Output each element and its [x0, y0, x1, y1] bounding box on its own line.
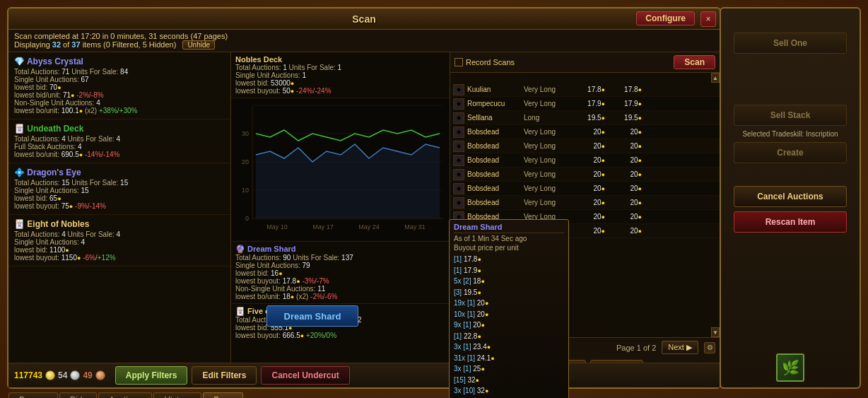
item-entry-eight-of-nobles[interactable]: 🃏 Eight of Nobles Total Auctions: 4 Unit…	[8, 215, 230, 267]
table-row[interactable]: ◆ Bobsdead Very Long 20● 20●	[450, 168, 720, 182]
configure-button[interactable]: Configure	[636, 11, 695, 25]
bottom-bar: 117743 54 49 Apply Filters Edit Filters …	[8, 363, 720, 387]
cancel-undercut-button[interactable]: Cancel Undercut	[261, 366, 349, 385]
item-icon: ◆	[453, 169, 464, 180]
bid-price: 20●	[570, 227, 605, 235]
tooltip-row: 3x [10] 32●	[454, 385, 564, 397]
seller-name: Kuulian	[467, 86, 524, 93]
currency-display: 117743 54 49	[14, 370, 105, 380]
buyout-price: 20●	[606, 185, 642, 192]
scroll-up-button[interactable]: ▲	[711, 73, 720, 83]
sell-one-button[interactable]: Sell One	[734, 33, 847, 54]
buyout-price: 20●	[606, 156, 642, 164]
item-icon: ◆	[453, 141, 464, 152]
status-count-shown: 32	[52, 40, 61, 49]
buyout-price: 17.8●	[606, 86, 642, 93]
item-name-eight-of-nobles: 🃏 Eight of Nobles	[14, 219, 225, 229]
table-row[interactable]: ◆ Bobsdead Very Long 20● 20●	[450, 182, 720, 196]
scroll-down-button[interactable]: ▼	[711, 327, 720, 337]
unhide-button[interactable]: Unhide	[182, 40, 215, 49]
tab-auctions[interactable]: Auctions	[98, 392, 152, 398]
apply-filters-button[interactable]: Apply Filters	[115, 366, 188, 385]
svg-text:10: 10	[242, 187, 249, 194]
gold-coin-icon	[45, 370, 55, 380]
buyout-price: 20●	[606, 227, 642, 235]
item-entry-abyss-crystal[interactable]: 💎 Abyss Crystal Total Auctions: 71 Units…	[8, 52, 230, 119]
tab-bids[interactable]: Bids	[59, 392, 97, 398]
table-row[interactable]: ◆ Bobsdead Very Long 20● 20●	[450, 196, 720, 210]
settings-icon[interactable]: ⚙	[704, 342, 715, 353]
status-displaying: Displaying	[14, 40, 52, 49]
tooltip-row: [1] 17.9●	[454, 265, 564, 276]
create-button[interactable]: Create	[734, 142, 847, 163]
copper-amount: 49	[83, 370, 92, 380]
item-name-undeath-deck: 🃏 Undeath Deck	[14, 124, 225, 134]
svg-marker-14	[256, 144, 440, 218]
table-row[interactable]: ◆ Bobsdead Very Long 20● 20●	[450, 125, 720, 139]
tooltip-overlay: Dream Shard As of 1 Min 34 Sec ago Buyou…	[449, 219, 569, 398]
silver-coin-icon	[70, 370, 80, 380]
seller-name: Bobsdead	[467, 128, 524, 136]
item-stat: Total Auctions: 71 Units For Sale: 84	[14, 68, 225, 76]
buyout-price: 20●	[606, 213, 642, 221]
status-line1: Scan completed at 17:20 in 0 minutes, 31…	[14, 32, 714, 40]
tooltip-row: 31x [1] 24.1●	[454, 353, 564, 364]
record-scans-group: Record Scans	[454, 58, 515, 66]
item-icon: ◆	[453, 197, 464, 209]
buyout-price: 20●	[606, 128, 642, 136]
title-bar: Scan Configure ×	[8, 8, 720, 30]
item-list-panel: 💎 Abyss Crystal Total Auctions: 71 Units…	[8, 52, 231, 378]
table-row[interactable]: ◆ Rompecucu Very Long 17.9● 17.9●	[450, 97, 720, 111]
item-stat: lowest bid: 70●	[14, 83, 225, 91]
bid-price: 20●	[570, 213, 605, 221]
duration: Very Long	[524, 185, 570, 192]
bid-price: 20●	[570, 199, 605, 206]
item-stat: lowest bo/unit: 100.1● (x2) +38%/+30%	[14, 107, 225, 115]
duration: Very Long	[524, 170, 570, 178]
page-indicator: Page 1 of 2	[616, 344, 656, 352]
chart-panel: Nobles Deck Total Auctions: 1 Units For …	[231, 52, 450, 378]
buyout-price: 19.5●	[606, 114, 642, 122]
tab-scan[interactable]: Scan	[203, 392, 243, 398]
bid-price: 17.9●	[570, 100, 605, 107]
item-preview-icon: 🌿	[776, 353, 804, 382]
scan-button[interactable]: Scan	[674, 55, 715, 69]
tooltip-row: [1] 17.8●	[454, 254, 564, 265]
bid-price: 20●	[570, 170, 605, 178]
table-row[interactable]: ◆ Bobsdead Very Long 20● 20●	[450, 139, 720, 153]
window-title: Scan	[352, 13, 375, 25]
edit-filters-button[interactable]: Edit Filters	[192, 366, 257, 385]
table-row[interactable]: ◆ Bobsdead Very Long 20● 20●	[450, 153, 720, 168]
svg-text:May 24: May 24	[358, 223, 380, 230]
close-button[interactable]: ×	[700, 11, 716, 27]
tooltip-row: 3x [1] 23.4●	[454, 341, 564, 353]
seller-name: Selllana	[467, 114, 524, 122]
status-count-total: 37	[71, 40, 80, 49]
bid-price: 20●	[570, 156, 605, 164]
main-window: Scan Configure × Scan completed at 17:20…	[7, 7, 721, 389]
item-entry-undeath-deck[interactable]: 🃏 Undeath Deck Total Auctions: 4 Units F…	[8, 119, 230, 163]
item-name-abyss-crystal: 💎 Abyss Crystal	[14, 57, 225, 66]
buyout-price: 20●	[606, 199, 642, 206]
tooltip-rows: [1] 17.8● [1] 17.9● 5x [2] 18● [3] 19.5●…	[454, 254, 564, 397]
item-stat: Single Unit Auctions: 67	[14, 76, 225, 83]
seller-name: Bobsdead	[467, 142, 524, 150]
seller-name: Bobsdead	[467, 185, 524, 192]
cancel-auctions-button[interactable]: Cancel Auctions	[734, 186, 847, 207]
tooltip-row: 3x [1] 25●	[454, 363, 564, 375]
status-bar: Scan completed at 17:20 in 0 minutes, 31…	[8, 30, 720, 52]
sell-stack-button[interactable]: Sell Stack	[734, 105, 847, 126]
item-entry-dragons-eye[interactable]: 💠 Dragon's Eye Total Auctions: 15 Units …	[8, 163, 230, 215]
record-scans-checkbox[interactable]	[454, 58, 463, 66]
svg-text:May 17: May 17	[312, 223, 334, 230]
duration: Very Long	[524, 100, 570, 107]
table-row[interactable]: ◆ Kuulian Very Long 17.8● 17.8●	[450, 83, 720, 97]
tab-browse[interactable]: Browse	[8, 392, 58, 398]
tradeskill-label: Selected Tradeskill: Inscription	[742, 130, 838, 138]
next-page-button[interactable]: Next ▶	[662, 341, 698, 354]
table-row[interactable]: ◆ Selllana Long 19.5● 19.5●	[450, 111, 720, 125]
auction-list-header: Record Scans Scan	[450, 52, 720, 73]
right-side-panel: Sell One Sell Stack Selected Tradeskill:…	[720, 7, 861, 389]
rescan-item-button[interactable]: Rescan Item	[734, 211, 847, 233]
tab-history[interactable]: History	[153, 392, 201, 398]
